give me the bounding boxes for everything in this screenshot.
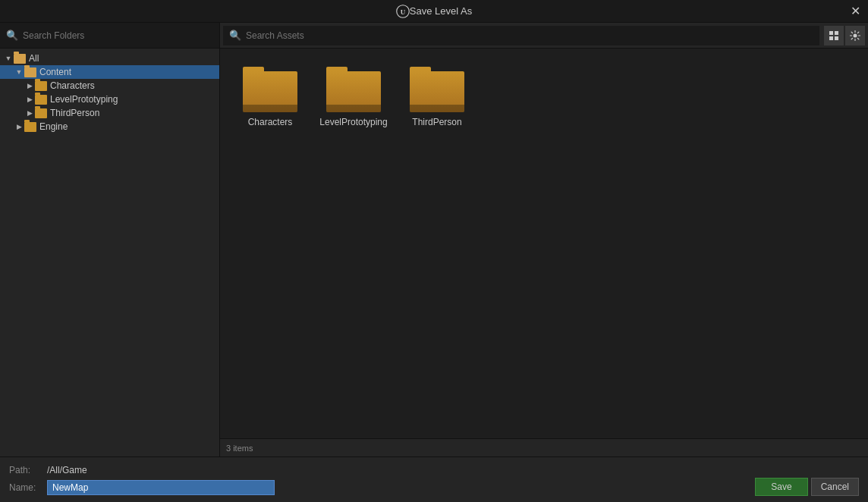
title-bar: U Save Level As ✕ xyxy=(0,0,868,23)
settings-button[interactable] xyxy=(845,26,865,45)
left-panel: 🔍 All Content Characters xyxy=(0,23,220,457)
name-label: Name: xyxy=(9,482,47,493)
svg-point-6 xyxy=(854,33,857,37)
svg-rect-5 xyxy=(835,36,838,40)
folder-label-levelprototyping: LevelPrototyping xyxy=(319,117,387,127)
tree-arrow-all xyxy=(3,53,14,64)
tree-item-thirdperson[interactable]: ThirdPerson xyxy=(0,106,219,120)
folder-tree: All Content Characters LevelPrototyping xyxy=(0,49,219,457)
folder-search-input[interactable] xyxy=(23,30,213,41)
tree-item-engine[interactable]: Engine xyxy=(0,120,219,133)
tree-arrow-characters xyxy=(24,80,35,91)
item-count-bar: 3 items xyxy=(220,438,868,457)
tree-label-levelprototyping: LevelPrototyping xyxy=(50,94,118,105)
search-assets-icon: 🔍 xyxy=(229,30,241,41)
bottom-section: Path: /All/Game Name: Save Cancel xyxy=(0,457,868,502)
tree-item-characters[interactable]: Characters xyxy=(0,79,219,93)
main-container: 🔍 All Content Characters xyxy=(0,23,868,457)
svg-rect-3 xyxy=(835,31,838,35)
folder-item-thirdperson[interactable]: ThirdPerson xyxy=(399,61,475,133)
tree-arrow-content xyxy=(14,67,24,77)
search-icon: 🔍 xyxy=(6,30,18,41)
folder-icon-all xyxy=(14,54,26,64)
tree-arrow-levelprototyping xyxy=(24,94,35,105)
gear-icon xyxy=(850,30,860,41)
tree-label-all: All xyxy=(29,53,39,64)
folder-item-levelprototyping[interactable]: LevelPrototyping xyxy=(316,61,392,133)
name-row: Name: xyxy=(9,480,859,495)
view-options-button[interactable] xyxy=(824,26,844,45)
name-input[interactable] xyxy=(47,480,275,495)
tree-label-engine: Engine xyxy=(39,121,68,132)
folder-large-icon-levelprototyping xyxy=(326,67,381,112)
right-toolbar: 🔍 xyxy=(220,23,868,49)
folder-icon-engine xyxy=(24,122,36,132)
folder-icon-thirdperson xyxy=(35,108,47,118)
tree-label-characters: Characters xyxy=(50,80,95,91)
item-count: 3 items xyxy=(226,444,253,453)
close-button[interactable]: ✕ xyxy=(851,5,860,17)
tree-label-thirdperson: ThirdPerson xyxy=(50,108,99,118)
folder-icon-content xyxy=(24,67,36,77)
folder-icon-levelprototyping xyxy=(35,95,47,105)
folder-large-icon-thirdperson xyxy=(410,67,464,112)
dialog-title: Save Level As xyxy=(410,5,472,17)
folder-search-bar: 🔍 xyxy=(0,23,219,49)
svg-rect-4 xyxy=(829,36,833,40)
dialog-buttons: Save Cancel xyxy=(755,478,868,496)
folder-icon-characters xyxy=(35,81,47,91)
asset-search-bar: 🔍 xyxy=(223,26,819,45)
tree-item-all[interactable]: All xyxy=(0,52,219,65)
svg-text:U: U xyxy=(401,8,406,15)
tree-item-content[interactable]: Content xyxy=(0,65,219,79)
tree-label-content: Content xyxy=(39,67,71,77)
content-area: Characters LevelPrototyping xyxy=(220,49,868,438)
cancel-button[interactable]: Cancel xyxy=(811,478,859,496)
tree-item-levelprototyping[interactable]: LevelPrototyping xyxy=(0,93,219,106)
right-panel: 🔍 xyxy=(220,23,868,457)
tree-arrow-engine xyxy=(14,121,24,132)
grid-icon xyxy=(829,30,839,41)
folder-label-characters: Characters xyxy=(248,117,293,127)
tree-arrow-thirdperson xyxy=(24,108,35,118)
folder-item-characters[interactable]: Characters xyxy=(232,61,308,133)
path-value: /All/Game xyxy=(47,465,87,475)
folder-label-thirdperson: ThirdPerson xyxy=(412,117,461,127)
folder-large-icon-characters xyxy=(243,67,297,112)
svg-rect-2 xyxy=(829,31,833,35)
path-row: Path: /All/Game xyxy=(9,465,859,475)
asset-search-input[interactable] xyxy=(246,30,813,41)
ue-logo-icon: U xyxy=(396,5,410,18)
path-label: Path: xyxy=(9,465,47,475)
save-button[interactable]: Save xyxy=(755,478,807,496)
